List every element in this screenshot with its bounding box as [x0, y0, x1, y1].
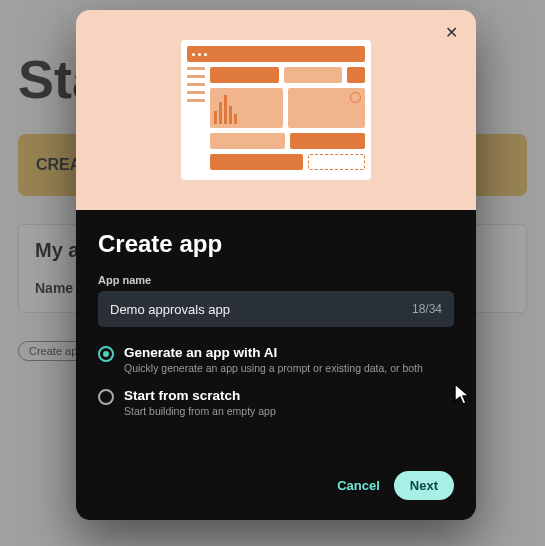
radio-selected-icon — [98, 346, 114, 362]
appname-label: App name — [98, 274, 454, 286]
option-scratch-title: Start from scratch — [124, 388, 276, 403]
option-scratch[interactable]: Start from scratch Start building from a… — [98, 388, 454, 417]
option-generate-title: Generate an app with AI — [124, 345, 423, 360]
close-icon[interactable]: ✕ — [438, 20, 464, 46]
option-generate-desc: Quickly generate an app using a prompt o… — [124, 362, 423, 374]
cancel-button[interactable]: Cancel — [337, 478, 380, 493]
radio-unselected-icon — [98, 389, 114, 405]
create-app-modal: ✕ Create app App name Demo approvals — [76, 10, 476, 520]
appname-value: Demo approvals app — [110, 302, 230, 317]
option-scratch-desc: Start building from an empty app — [124, 405, 276, 417]
modal-illustration-panel: ✕ — [76, 10, 476, 210]
option-generate-ai[interactable]: Generate an app with AI Quickly generate… — [98, 345, 454, 374]
next-button[interactable]: Next — [394, 471, 454, 500]
app-mock-illustration — [181, 40, 371, 180]
appname-input[interactable]: Demo approvals app 18/34 — [98, 291, 454, 327]
appname-counter: 18/34 — [412, 302, 442, 316]
modal-footer: Cancel Next — [98, 471, 454, 500]
modal-title: Create app — [98, 230, 454, 258]
modal-body: Create app App name Demo approvals app 1… — [76, 210, 476, 520]
